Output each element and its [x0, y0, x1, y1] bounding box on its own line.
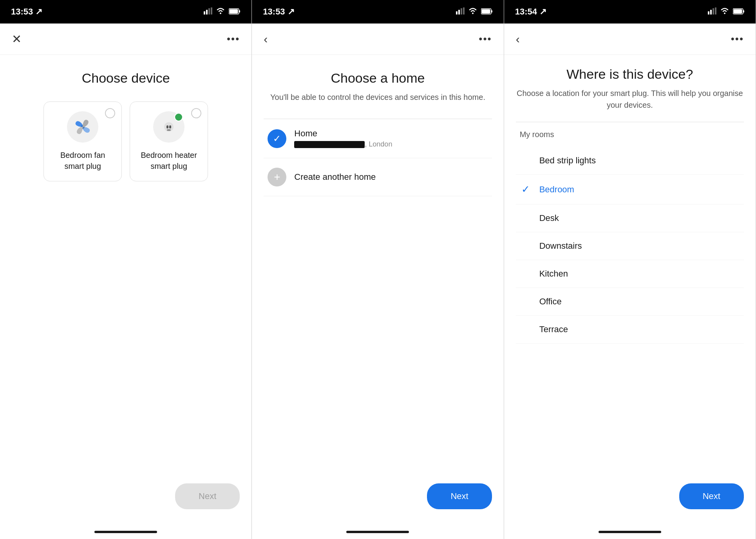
- back-button-3[interactable]: ‹: [516, 33, 520, 46]
- home-bar-2: [346, 531, 409, 533]
- more-options-3[interactable]: •••: [731, 33, 744, 45]
- home-info-create: Create another home: [294, 172, 376, 182]
- home-item-create[interactable]: + Create another home: [264, 158, 492, 196]
- create-home-plus: +: [268, 168, 286, 186]
- device-name-plug: Bedroom heater smart plug: [141, 150, 197, 172]
- radio-plug: [191, 108, 201, 118]
- section-label-3: My rooms: [516, 130, 744, 139]
- svg-rect-24: [715, 7, 716, 14]
- bottom-bar-1: Next: [0, 476, 251, 525]
- room-item-6[interactable]: Terrace: [516, 316, 744, 344]
- room-name-0: Bed strip lights: [539, 156, 596, 166]
- fan-icon: [72, 117, 93, 137]
- home-list: ✓ Home , London + Create another home: [264, 119, 492, 196]
- time-3: 13:54: [515, 7, 537, 17]
- svg-rect-14: [458, 10, 460, 14]
- location-icon-3: ↗: [539, 7, 546, 17]
- svg-rect-0: [204, 11, 205, 14]
- svg-rect-11: [169, 125, 171, 128]
- room-item-5[interactable]: Office: [516, 288, 744, 316]
- home-info-existing: Home , London: [294, 128, 392, 148]
- device-card-fan[interactable]: Bedroom fan smart plug: [43, 101, 122, 181]
- page-title-3: Where is this device?: [516, 67, 744, 82]
- room-item-4[interactable]: Kitchen: [516, 260, 744, 288]
- svg-rect-21: [708, 11, 709, 14]
- svg-rect-2: [208, 8, 210, 14]
- nav-bar-2: ‹ •••: [252, 24, 503, 55]
- bottom-bar-2: Next: [252, 476, 503, 525]
- home-bar-1: [94, 531, 157, 533]
- battery-icon-3: [733, 7, 745, 17]
- room-item-0[interactable]: Bed strip lights: [516, 147, 744, 175]
- fan-icon-wrap: [67, 111, 98, 143]
- room-name-2: Desk: [539, 213, 559, 223]
- svg-rect-23: [713, 8, 714, 14]
- svg-rect-22: [710, 10, 712, 14]
- status-bar-1: 13:53 ↗: [0, 0, 251, 24]
- svg-point-17: [472, 13, 474, 14]
- room-name-1: Bedroom: [539, 184, 574, 195]
- bottom-bar-3: Next: [504, 476, 756, 525]
- content-where-device: Where is this device? Choose a location …: [504, 55, 756, 476]
- svg-rect-3: [211, 7, 212, 14]
- svg-rect-13: [456, 11, 458, 14]
- home-item-existing[interactable]: ✓ Home , London: [264, 119, 492, 158]
- room-name-3: Downstairs: [539, 241, 582, 251]
- home-indicator-1: [0, 525, 251, 539]
- svg-rect-16: [463, 7, 465, 14]
- svg-rect-15: [461, 8, 462, 14]
- device-card-plug[interactable]: Bedroom heater smart plug: [130, 101, 208, 181]
- wifi-icon-1: [216, 7, 225, 17]
- home-indicator-3: [504, 525, 756, 539]
- svg-rect-12: [167, 129, 171, 131]
- panel-choose-device: 13:53 ↗ ✕ ••• Choose device: [0, 0, 252, 539]
- more-options-2[interactable]: •••: [479, 33, 492, 45]
- next-button-2[interactable]: Next: [427, 483, 492, 509]
- signal-icon-1: [204, 7, 212, 17]
- create-home-label: Create another home: [294, 172, 376, 182]
- svg-rect-1: [206, 10, 208, 14]
- room-item-1[interactable]: ✓ Bedroom: [516, 175, 744, 204]
- nav-bar-1: ✕ •••: [0, 24, 251, 55]
- svg-rect-28: [743, 10, 744, 13]
- page-subtitle-3: Choose a location for your smart plug. T…: [516, 87, 744, 111]
- close-button-1[interactable]: ✕: [12, 32, 22, 46]
- content-choose-device: Choose device Bedroom fan smart plug: [0, 55, 251, 476]
- home-address: , London: [294, 140, 392, 148]
- battery-icon-1: [229, 7, 241, 17]
- svg-rect-19: [481, 9, 490, 14]
- room-name-4: Kitchen: [539, 269, 568, 279]
- battery-icon-2: [481, 7, 493, 17]
- next-button-3[interactable]: Next: [679, 483, 744, 509]
- plug-icon-wrap: [153, 111, 184, 143]
- green-dot-plug: [174, 113, 183, 121]
- page-title-2: Choose a home: [264, 71, 492, 86]
- home-indicator-2: [252, 525, 503, 539]
- wifi-icon-3: [720, 7, 729, 17]
- back-button-2[interactable]: ‹: [264, 33, 268, 46]
- room-item-2[interactable]: Desk: [516, 204, 744, 232]
- nav-bar-3: ‹ •••: [504, 24, 756, 55]
- room-check-1: ✓: [520, 183, 532, 195]
- time-2: 13:53: [263, 7, 285, 17]
- time-1: 13:53: [11, 7, 33, 17]
- location-icon-1: ↗: [35, 7, 42, 17]
- more-options-1[interactable]: •••: [227, 33, 240, 45]
- status-bar-2: 13:53 ↗: [252, 0, 503, 24]
- wifi-icon-2: [468, 7, 477, 17]
- svg-rect-20: [491, 10, 492, 13]
- home-selected-check: ✓: [268, 129, 286, 148]
- svg-point-25: [724, 13, 725, 14]
- redacted-address: [294, 141, 365, 148]
- svg-point-4: [220, 13, 221, 14]
- room-item-3[interactable]: Downstairs: [516, 232, 744, 260]
- svg-rect-10: [166, 125, 168, 128]
- page-title-1: Choose device: [12, 71, 240, 86]
- signal-icon-3: [708, 7, 716, 17]
- device-grid: Bedroom fan smart plug Bedroo: [12, 101, 240, 181]
- next-button-1[interactable]: Next: [175, 483, 240, 509]
- radio-fan: [105, 108, 115, 118]
- divider-3: [516, 122, 744, 122]
- room-list: Bed strip lights ✓ Bedroom Desk Downstai…: [516, 147, 744, 344]
- room-name-5: Office: [539, 297, 562, 307]
